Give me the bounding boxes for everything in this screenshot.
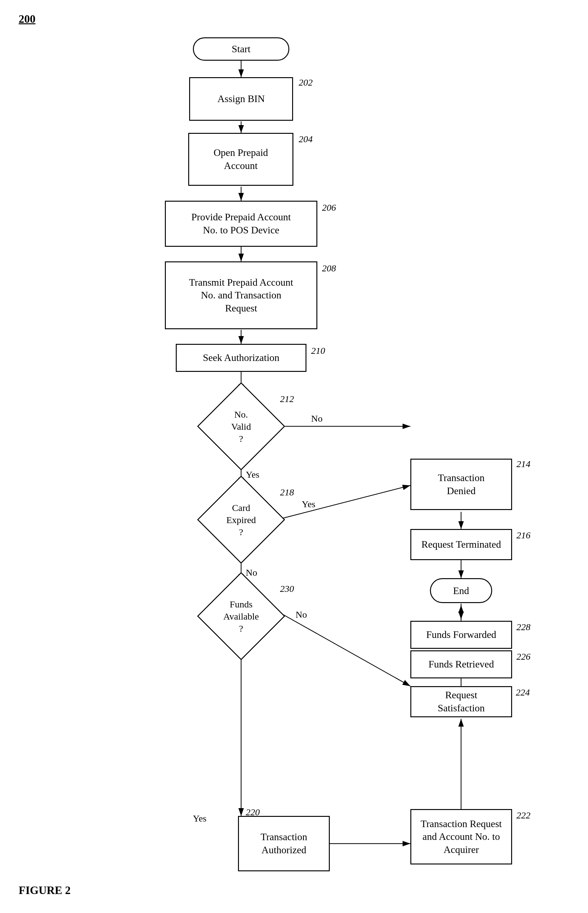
transaction-denied-ref: 214 [517,459,530,469]
svg-text:Yes: Yes [302,499,315,509]
funds-available-ref: 230 [280,583,294,594]
svg-text:Yes: Yes [193,813,207,823]
svg-text:No: No [311,413,323,423]
funds-retrieved-node: Funds Retrieved [410,650,512,679]
provide-prepaid-ref: 206 [322,202,336,213]
seek-auth-ref: 210 [311,346,325,356]
transaction-authorized-ref: 220 [246,807,260,818]
transaction-denied-node: Transaction Denied [410,459,512,510]
svg-text:No: No [246,567,257,578]
funds-forwarded-ref: 228 [517,622,530,632]
assign-bin-node: Assign BIN [189,77,293,121]
transaction-request-acquirer-node: Transaction Request and Account No. to A… [410,809,512,865]
transmit-prepaid-node: Transmit Prepaid Account No. and Transac… [165,262,317,329]
seek-auth-node: Seek Authorization [176,344,307,372]
open-prepaid-ref: 204 [299,134,313,144]
provide-prepaid-node: Provide Prepaid Account No. to POS Devic… [165,201,317,247]
funds-retrieved-ref: 226 [517,651,530,662]
transaction-request-acquirer-ref: 222 [517,810,530,821]
figure-number: 200 [19,13,36,26]
request-satisfaction-ref: 224 [516,687,530,698]
card-expired-diamond: Card Expired ? [207,485,275,554]
end-node: End [430,578,492,603]
funds-forwarded-node: Funds Forwarded [410,621,512,649]
arrows-layer: No Yes Yes No No [0,0,588,913]
transaction-authorized-node: Transaction Authorized [238,816,330,871]
start-node: Start [193,37,289,61]
funds-available-diamond: Funds Available ? [207,582,275,650]
transmit-prepaid-ref: 208 [322,263,336,273]
figure-label: FIGURE 2 [19,884,71,888]
assign-bin-ref: 202 [299,77,313,88]
card-expired-ref: 218 [280,487,294,498]
no-valid-ref: 212 [280,394,294,404]
request-terminated-ref: 216 [517,530,530,541]
no-valid-diamond: No. Valid ? [207,392,275,461]
svg-line-11 [283,485,410,518]
open-prepaid-node: Open Prepaid Account [188,133,293,186]
flowchart-diagram: 200 No Yes Yes [0,0,588,913]
svg-text:No: No [296,609,307,620]
svg-line-21 [283,614,410,686]
request-satisfaction-node: Request Satisfaction [410,686,512,717]
request-terminated-node: Request Terminated [410,529,512,560]
svg-text:Yes: Yes [246,469,260,480]
